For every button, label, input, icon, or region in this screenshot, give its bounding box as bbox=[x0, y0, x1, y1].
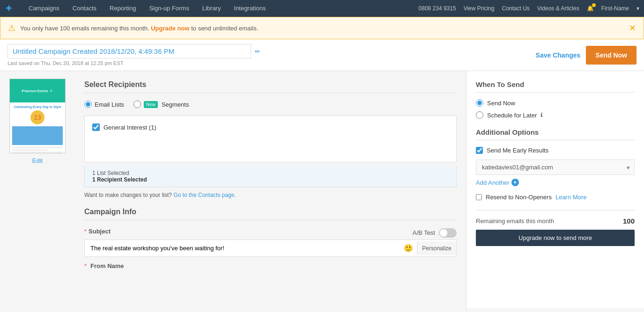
from-name-label-row: * From Name bbox=[84, 262, 457, 269]
subject-input[interactable] bbox=[85, 240, 400, 256]
contacts-link[interactable]: Go to the Contacts page. bbox=[173, 192, 236, 198]
add-another[interactable]: Add Another + bbox=[476, 179, 635, 186]
info-icon[interactable]: ℹ bbox=[540, 112, 543, 118]
email-dropdown-wrap: katiedavies01@gmail.com bbox=[476, 160, 635, 175]
when-divider bbox=[476, 92, 635, 93]
send-now-option[interactable]: Send Now bbox=[476, 99, 635, 107]
segments-option[interactable]: New Segments bbox=[133, 101, 189, 108]
additional-divider bbox=[476, 140, 635, 140]
nav-contact-us[interactable]: Contact Us bbox=[502, 5, 529, 12]
nav-items: Campaigns Contacts Reporting Sign-up For… bbox=[22, 0, 419, 17]
alert-bar: ⚠ You only have 100 emails remaining thi… bbox=[0, 17, 644, 39]
from-required-star: * bbox=[84, 262, 87, 269]
save-changes-button[interactable]: Save Changes bbox=[536, 51, 581, 59]
campaign-header: ✏ Last saved on Thu, Dec 20, 2018 at 12:… bbox=[0, 39, 644, 71]
preview-logo: PlannerSmile ✓ bbox=[22, 89, 53, 93]
early-results-checkbox[interactable] bbox=[476, 147, 483, 154]
nav-phone: 0808 234 9315 bbox=[419, 5, 456, 12]
remaining-row: Remaining emails this month 100 bbox=[476, 217, 635, 225]
list-footer: 1 List Selected 1 Recipient Selected bbox=[84, 166, 457, 187]
general-interest-checkbox[interactable] bbox=[92, 123, 100, 131]
ab-test-row: A/B Test bbox=[413, 228, 457, 238]
subject-row: * Subject A/B Test bbox=[84, 228, 457, 238]
close-icon[interactable]: ✕ bbox=[629, 23, 636, 33]
additional-options-title: Additional Options bbox=[476, 128, 635, 136]
learn-more-link[interactable]: Learn More bbox=[555, 194, 586, 201]
nav-signup-forms[interactable]: Sign-up Forms bbox=[142, 0, 195, 17]
subject-label-row: * Subject bbox=[84, 228, 111, 235]
select-recipients-title: Select Recipients bbox=[84, 80, 457, 89]
segments-radio[interactable] bbox=[133, 101, 141, 108]
navbar: ✦ Campaigns Contacts Reporting Sign-up F… bbox=[0, 0, 644, 17]
divider-2 bbox=[84, 220, 457, 220]
send-now-button[interactable]: Send Now bbox=[586, 46, 637, 65]
list-item: General Interest (1) bbox=[92, 123, 449, 131]
nav-right: 0808 234 9315 View Pricing Contact Us Vi… bbox=[419, 5, 639, 12]
upgrade-link[interactable]: Upgrade now bbox=[151, 25, 189, 32]
preview-panel: PlannerSmile ✓ Celebrating Every Day in … bbox=[0, 71, 75, 308]
plus-icon: + bbox=[511, 179, 519, 186]
contacts-note: Want to make changes to your list? Go to… bbox=[84, 192, 457, 198]
nav-reporting[interactable]: Reporting bbox=[103, 0, 142, 17]
ab-test-toggle[interactable] bbox=[439, 228, 457, 238]
early-results-label: Send Me Early Results bbox=[487, 147, 548, 154]
user-name[interactable]: First-Name bbox=[601, 5, 629, 12]
resend-label: Resend to Non-Openers bbox=[486, 194, 552, 201]
edit-icon[interactable]: ✏ bbox=[255, 48, 260, 55]
campaign-title-area: ✏ Last saved on Thu, Dec 20, 2018 at 12:… bbox=[7, 44, 260, 66]
right-panel: When To Send Send Now Schedule for Later… bbox=[466, 71, 644, 308]
preview-line-1 bbox=[12, 147, 63, 148]
segments-label: Segments bbox=[162, 101, 189, 108]
add-another-label: Add Another bbox=[476, 179, 510, 186]
schedule-later-option[interactable]: Schedule for Later ℹ bbox=[476, 111, 635, 119]
ab-test-label: A/B Test bbox=[413, 229, 435, 236]
campaign-title-input[interactable] bbox=[7, 44, 251, 58]
nav-integrations[interactable]: Integrations bbox=[227, 0, 272, 17]
nav-campaigns[interactable]: Campaigns bbox=[22, 0, 66, 17]
edit-link[interactable]: Edit bbox=[32, 157, 43, 164]
campaign-preview-image: PlannerSmile ✓ Celebrating Every Day in … bbox=[9, 79, 66, 153]
list-count: 1 List Selected bbox=[92, 170, 129, 176]
preview-number: 13 bbox=[34, 114, 41, 121]
from-name-label: From Name bbox=[90, 262, 124, 269]
preview-body: Celebrating Every Day in Style 13 Regist… bbox=[10, 102, 65, 153]
email-lists-option[interactable]: Email Lists bbox=[84, 101, 124, 108]
schedule-later-label: Schedule for Later bbox=[487, 112, 537, 119]
warning-icon: ⚠ bbox=[8, 23, 15, 33]
bell-icon[interactable]: 🔔 bbox=[587, 5, 594, 12]
campaign-title-row: ✏ bbox=[7, 44, 260, 58]
subject-label: Subject bbox=[89, 228, 111, 235]
nav-view-pricing[interactable]: View Pricing bbox=[464, 5, 495, 12]
chevron-down-icon: ▾ bbox=[637, 5, 639, 12]
required-star: * bbox=[84, 228, 87, 235]
alert-text: You only have 100 emails remaining this … bbox=[20, 25, 624, 32]
send-now-radio[interactable] bbox=[476, 99, 483, 107]
new-badge: New bbox=[144, 101, 158, 108]
email-lists-label: Email Lists bbox=[95, 101, 124, 108]
nav-contacts[interactable]: Contacts bbox=[66, 0, 103, 17]
personalize-button[interactable]: Personalize bbox=[417, 241, 456, 255]
emoji-button[interactable]: 🙂 bbox=[400, 244, 417, 253]
general-interest-label: General Interest (1) bbox=[104, 124, 156, 131]
main-layout: PlannerSmile ✓ Celebrating Every Day in … bbox=[0, 71, 644, 308]
preview-header: PlannerSmile ✓ bbox=[10, 79, 65, 102]
send-now-label: Send Now bbox=[487, 100, 515, 107]
form-panel: Select Recipients Email Lists New Segmen… bbox=[75, 71, 466, 308]
upgrade-button[interactable]: Upgrade now to send more bbox=[476, 230, 635, 246]
notification-dot bbox=[592, 3, 596, 7]
when-to-send-title: When To Send bbox=[476, 80, 635, 88]
preview-line-3 bbox=[12, 152, 63, 153]
email-lists-radio[interactable] bbox=[84, 101, 92, 108]
preview-photo bbox=[12, 126, 63, 145]
nav-videos[interactable]: Videos & Articles bbox=[537, 5, 579, 12]
preview-line-2 bbox=[12, 149, 48, 151]
email-dropdown[interactable]: katiedavies01@gmail.com bbox=[476, 160, 635, 175]
subject-input-wrap: 🙂 Personalize bbox=[84, 239, 457, 257]
recipient-type-group: Email Lists New Segments bbox=[84, 101, 457, 108]
resend-row: Resend to Non-Openers Learn More bbox=[476, 194, 635, 201]
preview-title-line: Celebrating Every Day in Style bbox=[12, 105, 63, 109]
last-saved-text: Last saved on Thu, Dec 20, 2018 at 12:25… bbox=[7, 60, 260, 66]
nav-library[interactable]: Library bbox=[196, 0, 228, 17]
resend-checkbox[interactable] bbox=[476, 194, 482, 200]
schedule-later-radio[interactable] bbox=[476, 111, 483, 119]
